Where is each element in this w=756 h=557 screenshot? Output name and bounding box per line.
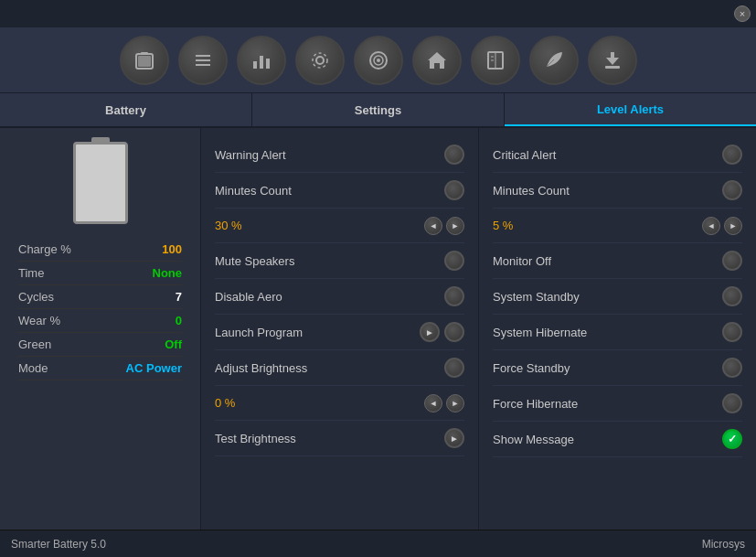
toolbar — [0, 27, 756, 93]
launch-program-label: Launch Program — [215, 326, 303, 339]
statusbar: Smarter Battery 5.0 Microsys — [0, 530, 756, 557]
statusbar-right: Microsys — [702, 538, 745, 551]
stat-mode: Mode AC Power — [18, 357, 182, 380]
critical-alert-row: Critical Alert — [493, 137, 742, 173]
system-standby-row: System Standby — [493, 279, 742, 315]
minutes-count-left-label: Minutes Count — [215, 184, 292, 198]
svg-rect-22 — [611, 52, 614, 59]
list-toolbar-button[interactable] — [178, 36, 228, 85]
percent-30-label: 30 % — [215, 219, 242, 232]
battery-stats: Charge % 100 Time None Cycles 7 Wear % 0… — [18, 238, 182, 380]
warning-alert-row: Warning Alert — [215, 137, 464, 173]
warning-alert-toggle[interactable] — [444, 145, 464, 165]
download-toolbar-button[interactable] — [588, 36, 637, 85]
svg-rect-7 — [260, 56, 263, 69]
close-button[interactable]: × — [734, 5, 751, 22]
green-value: Off — [165, 337, 182, 351]
minutes-count-right-row: Minutes Count — [493, 173, 742, 209]
stat-charge: Charge % 100 — [18, 238, 182, 262]
minutes-count-left-toggle[interactable] — [444, 180, 464, 200]
tab-settings[interactable]: Settings — [252, 93, 505, 126]
percent-0-stepper: ◄ ► — [424, 394, 464, 412]
stat-cycles: Cycles 7 — [18, 285, 182, 309]
force-standby-toggle[interactable] — [722, 358, 742, 378]
adjust-brightness-row: Adjust Brightness — [215, 350, 464, 386]
right-column: Critical Alert Minutes Count 5 % ◄ ► Mon… — [479, 128, 756, 530]
percent-0-increase[interactable]: ► — [446, 394, 464, 412]
launch-program-play[interactable]: ► — [420, 322, 440, 342]
svg-rect-21 — [605, 66, 620, 69]
warning-alert-label: Warning Alert — [215, 148, 286, 162]
system-hibernate-row: System Hibernate — [493, 315, 742, 350]
monitor-off-toggle[interactable] — [722, 251, 742, 271]
wear-value: 0 — [176, 314, 182, 327]
battery-graphic — [73, 142, 128, 224]
system-hibernate-label: System Hibernate — [493, 326, 587, 339]
test-brightness-label: Test Brightness — [215, 432, 296, 445]
charge-label: Charge % — [18, 242, 71, 256]
launch-program-row: Launch Program ► — [215, 315, 464, 350]
mute-speakers-row: Mute Speakers — [215, 243, 464, 279]
cycles-label: Cycles — [18, 290, 54, 304]
svg-rect-8 — [266, 59, 270, 69]
chart-toolbar-button[interactable] — [237, 36, 286, 85]
system-standby-toggle[interactable] — [722, 286, 742, 306]
test-brightness-play[interactable]: ► — [444, 428, 464, 448]
launch-program-toggle[interactable] — [444, 322, 464, 342]
minutes-count-right-toggle[interactable] — [722, 180, 742, 200]
minutes-count-right-label: Minutes Count — [493, 184, 570, 198]
main-content: Charge % 100 Time None Cycles 7 Wear % 0… — [0, 128, 756, 530]
test-brightness-row: Test Brightness ► — [215, 421, 464, 456]
tab-battery[interactable]: Battery — [0, 93, 252, 126]
percent-30-row: 30 % ◄ ► — [215, 209, 464, 243]
svg-point-10 — [313, 53, 327, 68]
show-message-toggle[interactable] — [722, 429, 742, 449]
disable-aero-toggle[interactable] — [444, 286, 464, 306]
monitor-off-label: Monitor Off — [493, 254, 551, 268]
minutes-count-left-row: Minutes Count — [215, 173, 464, 209]
mute-speakers-toggle[interactable] — [444, 251, 464, 271]
percent-5-increase[interactable]: ► — [724, 217, 742, 235]
force-hibernate-label: Force Hibernate — [493, 397, 578, 411]
book-toolbar-button[interactable] — [471, 36, 520, 85]
statusbar-left: Smarter Battery 5.0 — [11, 538, 106, 551]
mute-speakers-label: Mute Speakers — [215, 254, 294, 268]
home-toolbar-button[interactable] — [412, 36, 462, 85]
percent-0-row: 0 % ◄ ► — [215, 386, 464, 421]
stat-green: Green Off — [18, 333, 182, 357]
critical-alert-label: Critical Alert — [493, 148, 556, 162]
svg-point-13 — [377, 59, 380, 62]
system-hibernate-toggle[interactable] — [722, 322, 742, 342]
title-bar: × — [0, 0, 756, 27]
battery-toolbar-button[interactable] — [120, 36, 169, 85]
mode-value: AC Power — [126, 361, 182, 375]
cycles-value: 7 — [176, 290, 182, 304]
percent-0-label: 0 % — [215, 396, 235, 410]
percent-30-decrease[interactable]: ◄ — [424, 217, 442, 235]
svg-rect-2 — [138, 56, 151, 67]
percent-5-stepper: ◄ ► — [702, 217, 742, 235]
critical-alert-toggle[interactable] — [722, 145, 742, 165]
charge-value: 100 — [162, 242, 182, 256]
force-standby-row: Force Standby — [493, 350, 742, 386]
percent-5-row: 5 % ◄ ► — [493, 209, 742, 243]
force-hibernate-toggle[interactable] — [722, 393, 742, 413]
target-toolbar-button[interactable] — [354, 36, 403, 85]
disable-aero-label: Disable Aero — [215, 290, 282, 304]
right-panel: Warning Alert Minutes Count 30 % ◄ ► Mut… — [201, 128, 756, 530]
left-column: Warning Alert Minutes Count 30 % ◄ ► Mut… — [201, 128, 479, 530]
percent-30-increase[interactable]: ► — [446, 217, 464, 235]
left-stats-panel: Charge % 100 Time None Cycles 7 Wear % 0… — [0, 128, 201, 530]
show-message-label: Show Message — [493, 433, 574, 446]
leaf-toolbar-button[interactable] — [529, 36, 579, 85]
percent-5-label: 5 % — [493, 219, 513, 232]
percent-5-decrease[interactable]: ◄ — [702, 217, 720, 235]
disable-aero-row: Disable Aero — [215, 279, 464, 315]
tab-level-alerts[interactable]: Level Alerts — [505, 93, 756, 126]
percent-0-decrease[interactable]: ◄ — [424, 394, 442, 412]
force-standby-label: Force Standby — [493, 361, 570, 375]
adjust-brightness-toggle[interactable] — [444, 358, 464, 378]
stat-time: Time None — [18, 262, 182, 285]
settings-toolbar-button[interactable] — [295, 36, 345, 85]
monitor-off-row: Monitor Off — [493, 243, 742, 279]
